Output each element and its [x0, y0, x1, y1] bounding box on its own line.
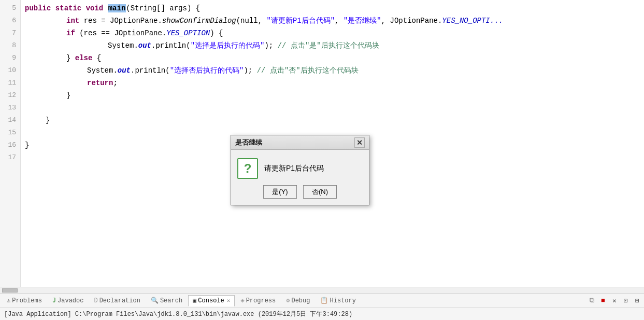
tab-javadoc-label: Javadoc [58, 297, 83, 304]
code-line-9: } else { [21, 52, 644, 64]
line-numbers: 5 6 7 8 9 10 11 12 13 14 15 16 17 [0, 0, 21, 287]
tab-console-label: Console [198, 297, 224, 304]
dialog-titlebar: 是否继续 ✕ [231, 135, 369, 150]
declaration-icon: D [94, 297, 97, 304]
remove-icon[interactable]: ✕ [610, 296, 619, 305]
dialog-close-button[interactable]: ✕ [354, 137, 365, 148]
tab-declaration-label: Declaration [99, 297, 140, 304]
dialog-buttons: 是(Y) 否(N) [237, 185, 363, 199]
tab-search[interactable]: 🔍 Search [146, 295, 187, 307]
code-line-6: int res = JOptionPane.showConfirmDialog(… [21, 15, 644, 27]
console-tab-close[interactable]: ✕ [227, 297, 231, 304]
debug-icon: ⚙ [286, 297, 290, 304]
dialog-message-text: 请更新P1后台代码 [264, 164, 324, 173]
tab-problems-label: Problems [12, 297, 42, 304]
progress-icon: ◈ [240, 297, 244, 304]
dialog-no-button[interactable]: 否(N) [303, 185, 337, 199]
status-bar: [Java Application] C:\Program Files\Java… [0, 308, 644, 320]
code-line-10: System.out.println("选择否后执行的代码"); // 点击"否… [21, 64, 644, 77]
tab-history[interactable]: 📋 History [316, 295, 360, 307]
tab-history-label: History [330, 297, 355, 304]
code-line-8: System.out.println("选择是后执行的代码"); // 点击"是… [21, 39, 644, 52]
javadoc-icon: J [52, 297, 56, 304]
code-line-14: } [21, 114, 644, 127]
tab-toolbar-icons: ⧉ ■ ✕ ⊡ ⊞ [587, 296, 642, 305]
horizontal-scrollbar[interactable] [0, 287, 644, 293]
code-line-5: public static void main(String[] args) { [21, 2, 644, 15]
problems-icon: ⚠ [7, 297, 10, 304]
tab-debug[interactable]: ⚙ Debug [281, 295, 314, 307]
console-icon: ▣ [193, 297, 196, 304]
bottom-tabs-bar: ⚠ Problems J Javadoc D Declaration 🔍 Sea… [0, 293, 644, 308]
maximize-icon[interactable]: ⊞ [633, 296, 642, 305]
tab-console[interactable]: ▣ Console ✕ [188, 295, 235, 307]
tab-search-label: Search [160, 297, 182, 304]
confirm-dialog: 是否继续 ✕ ? 请更新P1后台代码 是(Y) 否(N) [231, 135, 369, 205]
dialog-yes-button[interactable]: 是(Y) [263, 185, 297, 199]
tab-debug-label: Debug [291, 297, 310, 304]
pin-icon[interactable]: ⧉ [587, 296, 596, 305]
tab-progress[interactable]: ◈ Progress [236, 295, 280, 307]
code-line-11: return; [21, 77, 644, 89]
dialog-title: 是否继续 [235, 138, 354, 147]
code-line-13 [21, 102, 644, 114]
status-text: [Java Application] C:\Program Files\Java… [4, 310, 352, 318]
tab-problems[interactable]: ⚠ Problems [2, 295, 47, 307]
history-icon: 📋 [320, 297, 328, 304]
tab-declaration[interactable]: D Declaration [89, 295, 145, 307]
dialog-message-row: ? 请更新P1后台代码 [237, 158, 363, 179]
dialog-question-icon: ? [237, 158, 258, 179]
code-line-12: } [21, 89, 644, 102]
tab-progress-label: Progress [246, 297, 276, 304]
tab-javadoc[interactable]: J Javadoc [48, 295, 89, 307]
stop-icon[interactable]: ■ [598, 296, 608, 305]
dialog-body: ? 请更新P1后台代码 是(Y) 否(N) [231, 150, 369, 205]
code-line-7: if (res == JOptionPane.YES_OPTION) { [21, 27, 644, 39]
search-icon: 🔍 [151, 297, 159, 304]
minimize-icon[interactable]: ⊡ [621, 296, 631, 305]
